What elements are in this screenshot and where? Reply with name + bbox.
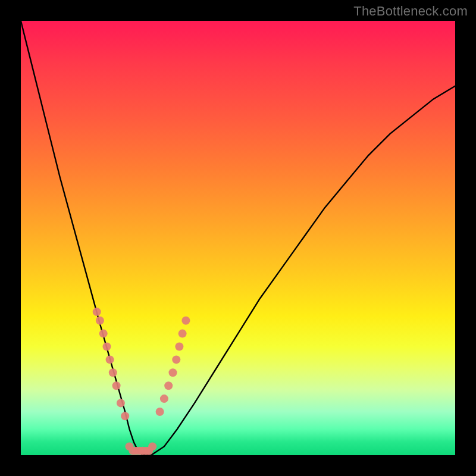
data-point xyxy=(175,343,183,351)
data-point xyxy=(112,381,121,390)
plot-area xyxy=(21,21,455,455)
data-point xyxy=(160,394,168,403)
data-point xyxy=(103,343,111,351)
data-point xyxy=(106,355,114,364)
data-point xyxy=(99,330,108,338)
watermark-text: TheBottleneck.com xyxy=(353,4,468,19)
data-point xyxy=(181,317,190,325)
data-point xyxy=(109,368,117,377)
data-point xyxy=(169,368,177,377)
data-point xyxy=(96,317,104,325)
data-point xyxy=(164,381,173,390)
data-point xyxy=(172,355,180,364)
data-point xyxy=(156,408,164,416)
data-points-group xyxy=(93,308,190,455)
data-point xyxy=(117,399,125,407)
chart-svg xyxy=(21,21,455,455)
bottleneck-curve xyxy=(21,21,455,455)
data-point xyxy=(148,442,156,450)
data-point xyxy=(93,308,101,316)
data-point xyxy=(178,330,187,338)
data-point xyxy=(121,412,129,420)
chart-frame: TheBottleneck.com xyxy=(0,0,476,476)
